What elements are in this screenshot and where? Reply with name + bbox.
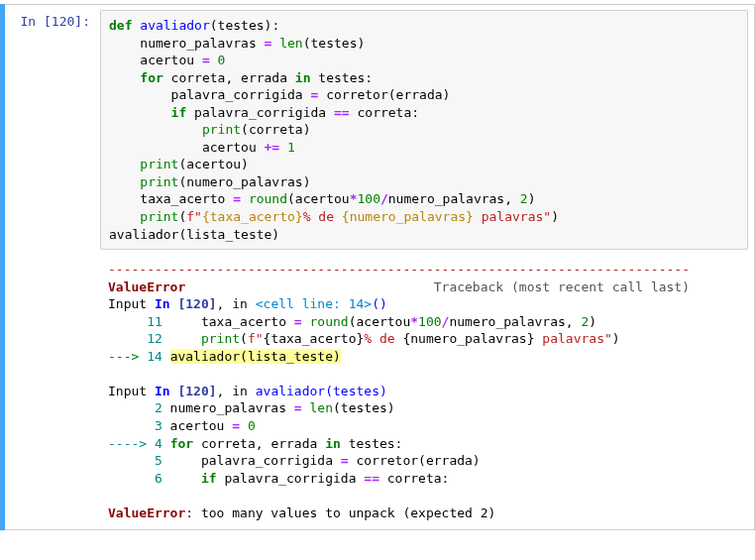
notebook: In [120]: def avaliador(testes): numero_… (0, 0, 755, 560)
output-area: ----------------------------------------… (5, 255, 754, 529)
traceback-separator: ----------------------------------------… (108, 262, 690, 277)
prompt-label: In [120]: (21, 14, 90, 29)
code-editor[interactable]: def avaliador(testes): numero_palavras =… (100, 10, 748, 250)
traceback-arrow: ---> (108, 349, 147, 364)
highlight-line: avaliador(lista_teste) (170, 349, 341, 364)
input-area: In [120]: def avaliador(testes): numero_… (5, 5, 754, 255)
input-prompt: In [120]: (5, 10, 100, 250)
error-name-final: ValueError (108, 505, 185, 520)
traceback-arrow: ----> (108, 436, 155, 451)
code-cell: In [120]: def avaliador(testes): numero_… (0, 4, 755, 530)
error-name: ValueError (108, 280, 185, 294)
